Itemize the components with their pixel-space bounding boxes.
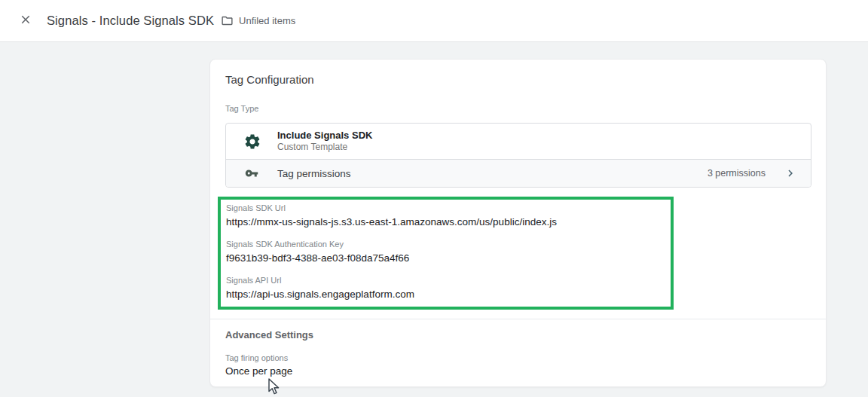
- tag-permissions-label: Tag permissions: [277, 168, 708, 179]
- tag-permissions-row[interactable]: Tag permissions 3 permissions: [226, 159, 811, 187]
- close-button[interactable]: [14, 9, 38, 33]
- tag-type-box: Include Signals SDK Custom Template Tag …: [225, 123, 811, 188]
- folder-icon: [221, 14, 234, 27]
- tag-type-label: Tag Type: [225, 104, 811, 113]
- permissions-count: 3 permissions: [708, 168, 766, 179]
- close-icon: [19, 13, 32, 29]
- param-label: Signals API Url: [226, 275, 671, 286]
- card-title: Tag Configuration: [225, 73, 811, 86]
- tag-type-subtitle: Custom Template: [277, 142, 372, 153]
- param-value: f9631b39-bdf3-4388-ae03-f08da75a4f66: [226, 252, 671, 265]
- param-sdk-url: Signals SDK Url https://mmx-us-signals-j…: [226, 203, 671, 229]
- param-api-url: Signals API Url https://api-us.signals.e…: [226, 275, 671, 301]
- param-value: https://api-us.signals.engageplatform.co…: [226, 288, 671, 301]
- dialog-header: Signals - Include Signals SDK Unfiled it…: [0, 0, 868, 42]
- highlighted-parameters-box: Signals SDK Url https://mmx-us-signals-j…: [218, 197, 674, 310]
- folder-chip: Unfiled items: [221, 14, 295, 27]
- chevron-right-icon: [784, 166, 797, 180]
- param-label: Signals SDK Url: [226, 203, 671, 214]
- key-icon: [245, 166, 260, 181]
- param-auth-key: Signals SDK Authentication Key f9631b39-…: [226, 239, 671, 265]
- gear-icon: [243, 133, 261, 151]
- param-label: Signals SDK Authentication Key: [226, 239, 671, 250]
- param-value: https://mmx-us-signals-js.s3.us-east-1.a…: [226, 215, 671, 229]
- folder-name: Unfiled items: [239, 15, 295, 26]
- tag-configuration-card: Tag Configuration Tag Type Include Signa…: [209, 59, 827, 387]
- advanced-settings-header[interactable]: Advanced Settings: [225, 329, 811, 341]
- tag-type-row[interactable]: Include Signals SDK Custom Template: [226, 124, 811, 159]
- tag-type-name: Include Signals SDK: [277, 130, 372, 142]
- section-divider: [209, 319, 827, 319]
- tag-firing-options-label: Tag firing options: [225, 353, 811, 362]
- tag-firing-options-value: Once per page: [225, 365, 811, 377]
- page-title: Signals - Include Signals SDK: [47, 14, 214, 28]
